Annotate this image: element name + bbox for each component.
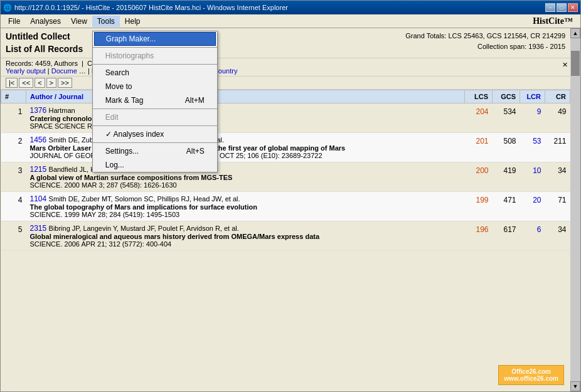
record-id-link[interactable]: 2315 xyxy=(30,224,47,233)
record-id-link[interactable]: 1456 xyxy=(30,135,47,144)
menu-file[interactable]: File xyxy=(3,16,25,27)
record-line1: 1104 Smith DE, Zuber MT, Solomon SC, Phi… xyxy=(30,194,461,203)
tools-move-to[interactable]: Move to xyxy=(93,80,217,93)
title-bar: 🌐 http://127.0.0.1:1925/ - HistCite - 20… xyxy=(1,1,580,14)
row-num: 3 xyxy=(1,162,26,192)
tools-dropdown: Graph Maker... Historiographs Search Mov… xyxy=(92,31,218,172)
stat-lcr: 53 xyxy=(520,133,545,162)
stat-lcs: 199 xyxy=(465,192,493,221)
browser-icon: 🌐 xyxy=(3,4,12,12)
lcr-sort-link[interactable]: LCR xyxy=(526,93,541,100)
record-title: The global topography of Mars and implic… xyxy=(30,203,461,211)
table-row: 3 1215 Bandfield JL, Hamilton VE, Christ… xyxy=(1,162,570,192)
dropdown-sep-5 xyxy=(93,142,217,143)
main-content: Untitled Collect List of All Records Gra… xyxy=(1,28,570,391)
title-bar-text: 🌐 http://127.0.0.1:1925/ - HistCite - 20… xyxy=(3,4,288,12)
histcite-brand: HistCite™ xyxy=(533,16,578,26)
menu-view[interactable]: View xyxy=(66,16,92,27)
record-journal: SCIENCE. 2006 APR 21; 312 (5772): 400-40… xyxy=(30,240,461,248)
record-title: Global mineralogical and aqueous mars hi… xyxy=(30,233,461,240)
filter-bar: Records: 4459, Authors | Cited Reference… xyxy=(1,58,570,77)
records-table-container: # Author / Journal LCS GCS LCR CR xyxy=(1,90,570,391)
row-content: 1104 Smith DE, Zuber MT, Solomon SC, Phi… xyxy=(26,192,465,221)
yearly-output-link[interactable]: Yearly output xyxy=(6,67,46,75)
page-subtitle: List of All Records xyxy=(6,43,83,56)
toolbar-nav: |< << < > >> xyxy=(6,78,72,88)
collection-span: Collection span: 1936 - 2015 xyxy=(405,41,565,52)
stat-cr: 211 xyxy=(545,133,570,162)
watermark: Office26.com www.office26.com xyxy=(498,365,564,385)
tools-settings[interactable]: Settings... Alt+S xyxy=(93,144,217,158)
record-author: Smith DE, Zuber MT, Solomon SC, Phillips… xyxy=(49,195,240,203)
stat-lcr: 9 xyxy=(520,103,545,133)
records-table: # Author / Journal LCS GCS LCR CR xyxy=(1,90,570,251)
record-title: A global view of Martian surface composi… xyxy=(30,174,461,181)
tools-graph-maker[interactable]: Graph Maker... xyxy=(94,32,216,46)
table-row: 2 1456 Smith DE, Zuber MT, Frey HV, Garv… xyxy=(1,133,570,162)
nav-prev-button[interactable]: < xyxy=(35,78,45,88)
scrollbar-thumb[interactable] xyxy=(571,51,580,76)
scroll-up-arrow[interactable]: ▲ xyxy=(570,28,580,38)
nav-nextnext-button[interactable]: >> xyxy=(58,78,72,88)
menu-bar: File Analyses View Tools Graph Maker... … xyxy=(1,14,580,28)
stat-gcs: 471 xyxy=(493,192,520,221)
toolbar: |< << < > >> xyxy=(1,77,570,90)
mark-tag-shortcut: Alt+M xyxy=(185,96,205,105)
menu-tools[interactable]: Tools xyxy=(92,16,120,27)
tools-analyses-index[interactable]: ✓ Analyses index xyxy=(93,127,217,141)
nav-first-button[interactable]: |< xyxy=(6,78,18,88)
scroll-down-arrow[interactable]: ▼ xyxy=(570,381,580,391)
row-num: 5 xyxy=(1,221,26,251)
tools-edit: Edit xyxy=(93,110,217,124)
menu-tools-container: Tools Graph Maker... Historiographs Sear… xyxy=(92,17,120,26)
document-link[interactable]: Docume xyxy=(51,67,77,75)
col-header-cr: CR xyxy=(545,90,570,103)
row-num: 4 xyxy=(1,192,26,221)
maximize-button[interactable]: □ xyxy=(557,3,567,12)
record-id-link[interactable]: 1376 xyxy=(30,106,47,115)
record-id-link[interactable]: 1104 xyxy=(30,194,47,203)
app-window: 🌐 http://127.0.0.1:1925/ - HistCite - 20… xyxy=(0,0,581,392)
stat-lcs: 196 xyxy=(465,221,493,251)
watermark-line2: www.office26.com xyxy=(504,375,558,382)
close-button[interactable]: ✕ xyxy=(568,3,578,12)
stat-cr: 49 xyxy=(545,103,570,133)
nav-prevprev-button[interactable]: << xyxy=(19,78,33,88)
stat-cr: 34 xyxy=(545,221,570,251)
row-content: 2315 Bibring JP, Langevin Y, Mustard JF,… xyxy=(26,221,465,251)
author-journal-sort-link[interactable]: Author / Journal xyxy=(30,93,83,100)
record-line1: 2315 Bibring JP, Langevin Y, Mustard JF,… xyxy=(30,224,461,233)
menu-analyses[interactable]: Analyses xyxy=(25,16,66,27)
col-header-num: # xyxy=(1,90,26,103)
stat-gcs: 508 xyxy=(493,133,520,162)
stat-lcr: 6 xyxy=(520,221,545,251)
stat-gcs: 419 xyxy=(493,162,520,192)
records-text: Records: 4459, Authors xyxy=(6,60,78,67)
stat-lcs: 204 xyxy=(465,103,493,133)
table-row: 5 2315 Bibring JP, Langevin Y, Mustard J… xyxy=(1,221,570,251)
header-left: Untitled Collect List of All Records xyxy=(6,31,83,55)
filter-row-1: Records: 4459, Authors | Cited Reference… xyxy=(6,60,565,67)
dropdown-sep-3 xyxy=(93,109,217,109)
tools-mark-tag[interactable]: Mark & Tag Alt+M xyxy=(93,93,217,107)
filter-close[interactable]: ✕ xyxy=(562,61,568,69)
stat-gcs: 617 xyxy=(493,221,520,251)
stat-lcs: 201 xyxy=(465,133,493,162)
menu-help[interactable]: Help xyxy=(120,16,146,27)
record-journal: SCIENCE. 2000 MAR 3; 287 (5458): 1626-16… xyxy=(30,181,461,189)
row-num: 1 xyxy=(1,103,26,133)
tools-historiographs: Historiographs xyxy=(93,49,217,63)
tools-search[interactable]: Search xyxy=(93,66,217,80)
col-header-gcs: GCS xyxy=(493,90,520,103)
row-num: 2 xyxy=(1,133,26,162)
col-header-lcr: LCR xyxy=(520,90,545,103)
record-author: Bibring JP, Langevin Y, Mustard JF, Poul… xyxy=(49,225,239,232)
col-header-lcs: LCS xyxy=(465,90,493,103)
title-bar-controls: − □ ✕ xyxy=(545,3,578,12)
tools-log[interactable]: Log... xyxy=(93,158,217,172)
minimize-button[interactable]: − xyxy=(545,3,555,12)
nav-next-button[interactable]: > xyxy=(46,78,56,88)
record-id-link[interactable]: 1215 xyxy=(30,165,47,174)
app-title: Untitled Collect xyxy=(6,31,83,43)
scrollbar-track[interactable]: ▲ ▼ xyxy=(570,28,580,391)
